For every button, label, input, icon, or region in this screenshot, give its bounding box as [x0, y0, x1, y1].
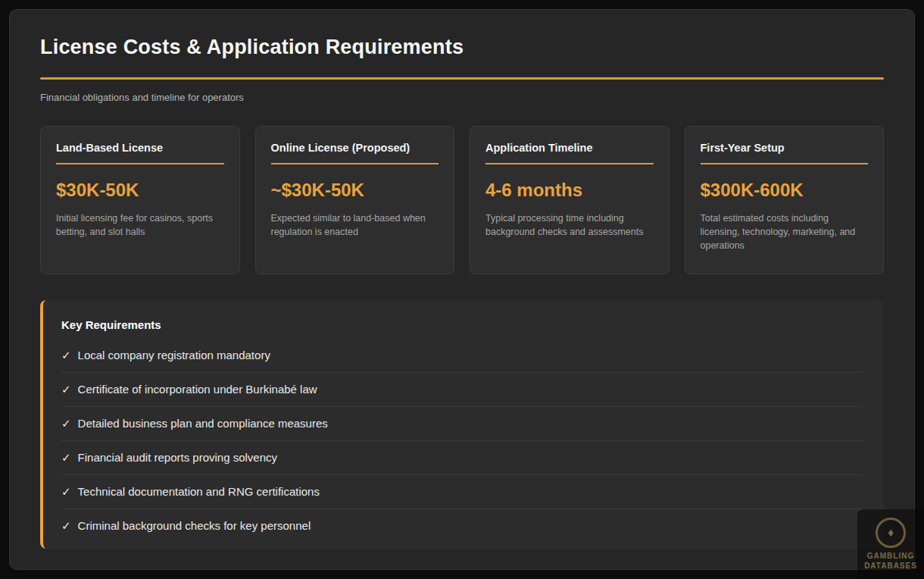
card-description: Typical processing time including backgr… [485, 211, 654, 239]
card-value: ~$30K-50K [271, 180, 439, 201]
key-requirements-panel: Key Requirements ✓ Local company registr… [40, 300, 884, 549]
card-value: $30K-50K [56, 180, 224, 201]
card-title: First-Year Setup [701, 142, 869, 164]
requirement-text: Technical documentation and RNG certific… [78, 485, 320, 498]
requirement-text: Criminal background checks for key perso… [78, 519, 311, 532]
card-description: Total estimated costs including licensin… [701, 211, 869, 252]
requirement-text: Certificate of incorporation under Burki… [78, 383, 317, 396]
requirement-item: ✓ Financial audit reports proving solven… [61, 441, 863, 475]
card-title: Application Timeline [485, 142, 654, 164]
requirement-text: Local company registration mandatory [78, 349, 270, 361]
gambling-databases-watermark: ♦ GAMBLING DATABASES [857, 509, 924, 579]
main-panel: License Costs & Application Requirements… [9, 9, 915, 570]
requirements-title: Key Requirements [61, 318, 863, 331]
requirement-item: ✓ Criminal background checks for key per… [61, 509, 863, 543]
watermark-line1: GAMBLING [864, 552, 917, 562]
screenshot-frame: License Costs & Application Requirements… [0, 0, 924, 579]
card-first-year-setup: First-Year Setup $300K-600K Total estima… [685, 126, 885, 274]
watermark-logo-icon: ♦ [876, 518, 906, 548]
card-online-license: Online License (Proposed) ~$30K-50K Expe… [255, 126, 455, 274]
card-title: Online License (Proposed) [271, 142, 439, 164]
check-icon: ✓ [61, 451, 71, 465]
watermark-line2: DATABASES [864, 562, 917, 571]
requirement-text: Financial audit reports proving solvency [78, 451, 277, 464]
card-description: Expected similar to land-based when regu… [271, 211, 439, 239]
watermark-label: GAMBLING DATABASES [864, 552, 917, 571]
check-icon: ✓ [61, 349, 71, 362]
requirement-item: ✓ Local company registration mandatory [61, 339, 863, 373]
requirement-item: ✓ Detailed business plan and compliance … [61, 407, 863, 441]
title-divider [40, 77, 884, 80]
requirement-item: ✓ Technical documentation and RNG certif… [61, 475, 863, 509]
page-subtitle: Financial obligations and timeline for o… [40, 92, 884, 103]
cost-cards-row: Land-Based License $30K-50K Initial lice… [40, 126, 884, 274]
check-icon: ✓ [61, 519, 71, 533]
check-icon: ✓ [61, 383, 71, 396]
card-value: $300K-600K [701, 180, 869, 201]
card-value: 4-6 months [485, 180, 654, 201]
requirement-item: ✓ Certificate of incorporation under Bur… [61, 373, 863, 407]
card-description: Initial licensing fee for casinos, sport… [56, 211, 224, 239]
check-icon: ✓ [61, 485, 71, 499]
page-title: License Costs & Application Requirements [40, 36, 884, 59]
card-suit-icon: ♦ [888, 526, 894, 540]
card-land-based-license: Land-Based License $30K-50K Initial lice… [40, 126, 240, 274]
requirement-text: Detailed business plan and compliance me… [78, 417, 328, 430]
card-application-timeline: Application Timeline 4-6 months Typical … [470, 126, 670, 274]
card-title: Land-Based License [56, 142, 224, 164]
check-icon: ✓ [61, 417, 71, 430]
